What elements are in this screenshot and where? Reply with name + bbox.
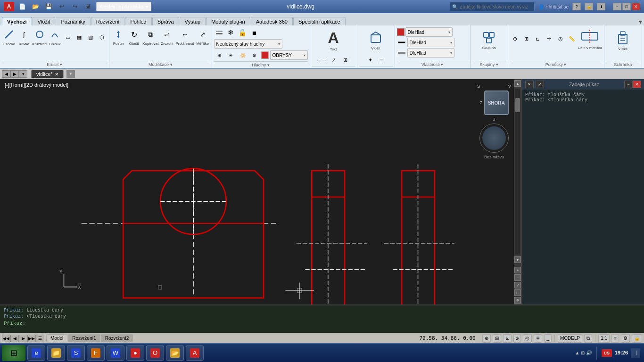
language-display[interactable]: CS <box>602 349 612 357</box>
ortho-btn[interactable]: ⊾ <box>533 33 543 44</box>
layer-prop-btn[interactable] <box>214 27 224 38</box>
layout-back-btn[interactable]: ◀ <box>10 335 19 342</box>
layout-list-btn[interactable]: ▾ <box>19 70 27 78</box>
tab-sprava[interactable]: Správa <box>152 17 179 25</box>
print-btn[interactable]: 🖶 <box>83 2 93 11</box>
zrcadlit-btn[interactable]: ⇌ <box>160 27 174 41</box>
quick-view-btn[interactable]: ⧉ <box>584 334 592 343</box>
layer-lock-btn[interactable]: 🔒 <box>238 27 248 38</box>
panel-modifikace-title[interactable]: Modifikace ▾ <box>111 61 209 68</box>
linetype-dropdown[interactable]: DleHlad ▾ <box>407 38 454 47</box>
cad-drawing[interactable]: X Y <box>0 90 514 304</box>
model-status-btn[interactable]: MODELP <box>558 334 582 343</box>
scroll-thumb[interactable] <box>515 98 520 112</box>
taskbar-skype[interactable]: S <box>67 346 85 361</box>
zoom-in-btn[interactable]: + <box>514 267 521 273</box>
layer-btn2[interactable]: ⊞ <box>214 50 224 60</box>
tab-poznamky[interactable]: Poznámky <box>56 17 90 25</box>
lock-ui-btn[interactable]: 🔓 <box>632 334 642 343</box>
tab-moduly[interactable]: Moduly plug-in <box>206 17 250 25</box>
layer-color-btn[interactable]: ■ <box>249 27 260 38</box>
navcube[interactable]: S V Z SHORA J Bez názvu <box>475 84 513 140</box>
layer-color-swatch[interactable] <box>261 51 269 59</box>
minimize-btn[interactable]: − <box>613 3 621 10</box>
redo-btn[interactable]: ↪ <box>70 2 80 11</box>
navcube-face-shora[interactable]: SHORA <box>484 90 509 115</box>
taskbar-folder[interactable]: 📁 <box>47 346 65 361</box>
start-button[interactable]: ⊞ <box>2 345 25 361</box>
show-desktop-btn[interactable]: ▕ <box>631 348 640 358</box>
scroll-track[interactable] <box>515 89 520 255</box>
layer-btn5[interactable]: ⚙ <box>249 50 260 60</box>
lineweight-dropdown[interactable]: DleHlad ▾ <box>407 48 454 58</box>
tab-specialni[interactable]: Speciální aplikace <box>293 17 346 25</box>
grid-btn[interactable]: ⊞ <box>521 33 532 44</box>
app-icon[interactable]: A <box>4 2 14 11</box>
snap-status-btn[interactable]: ⊕ <box>482 334 491 343</box>
oblouk-btn[interactable] <box>48 27 62 41</box>
otocit-btn[interactable]: ↻ <box>127 27 141 41</box>
prev-tab-btn[interactable]: ◀ <box>2 70 10 78</box>
new-btn[interactable]: 📄 <box>17 2 27 11</box>
delit-btn[interactable] <box>578 27 602 45</box>
tab-rozvreni[interactable]: Rozvržení <box>91 17 125 25</box>
panel-pomucky-title[interactable]: Pomůcky ▾ <box>510 61 602 68</box>
search-input[interactable] <box>460 4 532 9</box>
next-tab-btn[interactable]: ▶ <box>10 70 19 78</box>
meritko-btn[interactable]: ⤢ <box>196 27 210 41</box>
table-btn[interactable]: ⊞ <box>340 55 350 65</box>
taskbar-word[interactable]: W <box>107 346 124 361</box>
help-btn[interactable]: ? <box>572 3 581 10</box>
ortho-status-btn[interactable]: ⊾ <box>503 334 512 343</box>
viewport-scrollbar-right[interactable]: ▲ ▼ + − ⤢ □ ✥ <box>514 79 521 304</box>
color-swatch[interactable] <box>397 28 405 36</box>
layer-btn3[interactable]: ☀ <box>226 50 236 60</box>
blok-create-btn[interactable]: ✦ <box>365 55 375 65</box>
annotation-btn[interactable]: ≡ <box>611 334 619 343</box>
info-btn[interactable]: ℹ <box>597 3 605 10</box>
krivka-btn[interactable]: ∫ <box>17 27 31 41</box>
layout-tab-rozvreni1[interactable]: Rozvržení1 <box>68 334 100 342</box>
layout-end-btn[interactable]: ▶▶ <box>27 335 36 342</box>
cmd-close-btn[interactable]: ✕ <box>525 81 534 88</box>
polar-btn[interactable]: ✛ <box>544 33 554 44</box>
cmd-expand-btn[interactable]: ⤢ <box>536 81 544 88</box>
tab-pohled[interactable]: Pohled <box>125 17 151 25</box>
dim-btn[interactable]: ←→ <box>316 55 327 65</box>
layout-tab-model[interactable]: Model <box>46 334 67 342</box>
undo-btn[interactable]: ↩ <box>57 2 67 11</box>
maximize-btn[interactable]: □ <box>622 3 631 10</box>
new-drawtab-btn[interactable]: + <box>66 70 75 78</box>
cmd-min-btn[interactable]: − <box>624 81 633 88</box>
protahnout-btn[interactable]: ↔ <box>178 27 192 41</box>
linetype-swatch[interactable] <box>398 41 405 43</box>
polar-status-btn[interactable]: ⌀ <box>513 334 521 343</box>
workspace-dropdown[interactable]: Kreslení a poznámka ▾ <box>96 2 151 11</box>
taskbar-autocad[interactable]: A <box>186 346 204 361</box>
clock[interactable]: 19:26 <box>615 349 628 356</box>
pan-btn[interactable]: ✥ <box>514 297 521 304</box>
scroll-down-btn[interactable]: ▼ <box>514 256 521 263</box>
scroll-up-btn[interactable]: ▲ <box>514 80 521 87</box>
viewport[interactable]: [-][Horní][2D drátový model] X Y <box>0 79 521 304</box>
otrack-status-btn[interactable]: ∓ <box>534 334 542 343</box>
text-btn[interactable]: A Text <box>324 27 343 54</box>
close-drawtab-btn[interactable]: ✕ <box>55 72 58 77</box>
zoom-out-btn[interactable]: − <box>514 274 521 281</box>
workspace-status-btn[interactable]: ⚙ <box>621 334 630 343</box>
hatch-btn[interactable]: ▦ <box>74 32 84 42</box>
layer-btn4[interactable]: 🔆 <box>238 50 248 60</box>
rect-btn[interactable]: ▭ <box>63 32 73 42</box>
cmd-panel-close-btn[interactable]: ✕ <box>633 81 641 88</box>
taskbar-filezilla[interactable]: F <box>87 346 105 361</box>
gradient-btn[interactable]: ▧ <box>85 32 96 42</box>
grid-status-btn[interactable]: ⊞ <box>493 334 501 343</box>
lock-btn[interactable]: 🔒 <box>585 3 593 10</box>
region-btn[interactable]: ⬡ <box>97 32 107 42</box>
zoom-extents-btn[interactable]: ⤢ <box>514 282 521 288</box>
layout-menu-btn[interactable]: ☰ <box>36 335 44 342</box>
panel-skupiny-title[interactable]: Skupiny ▾ <box>472 61 506 68</box>
save-btn[interactable]: 💾 <box>43 2 54 11</box>
layout-tab-rozvreni2[interactable]: Rozvržení2 <box>101 334 133 342</box>
drawtab-vidlice[interactable]: vidlice* ✕ <box>31 70 64 78</box>
